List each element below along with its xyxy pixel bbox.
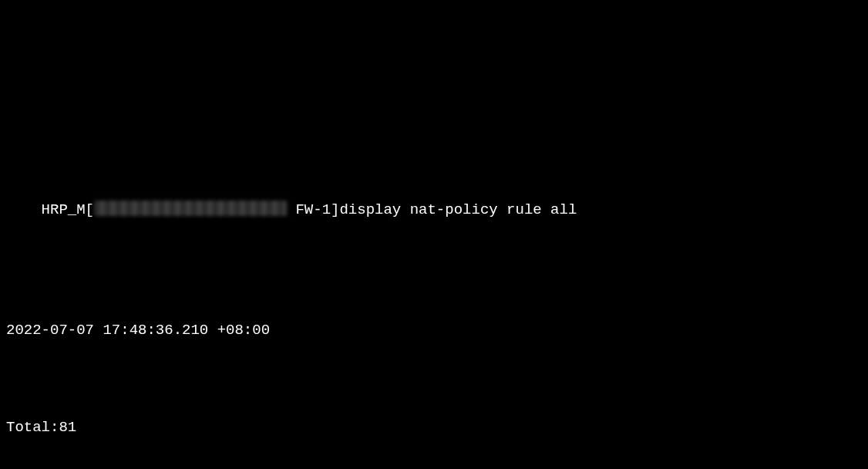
prompt-suffix: FW-1] (287, 201, 339, 218)
command-text: display nat-policy rule all (339, 201, 577, 218)
timestamp: 2022-07-07 17:48:36.210 +08:00 (6, 319, 862, 342)
prompt-prefix: HRP_M[ (42, 201, 94, 218)
redacted-hostname (94, 201, 287, 216)
prompt-line: HRP_M[ FW-1]display nat-policy rule all (6, 174, 862, 246)
terminal-output: HRP_M[ FW-1]display nat-policy rule all … (6, 101, 862, 469)
total-count: Total:81 (6, 416, 862, 440)
